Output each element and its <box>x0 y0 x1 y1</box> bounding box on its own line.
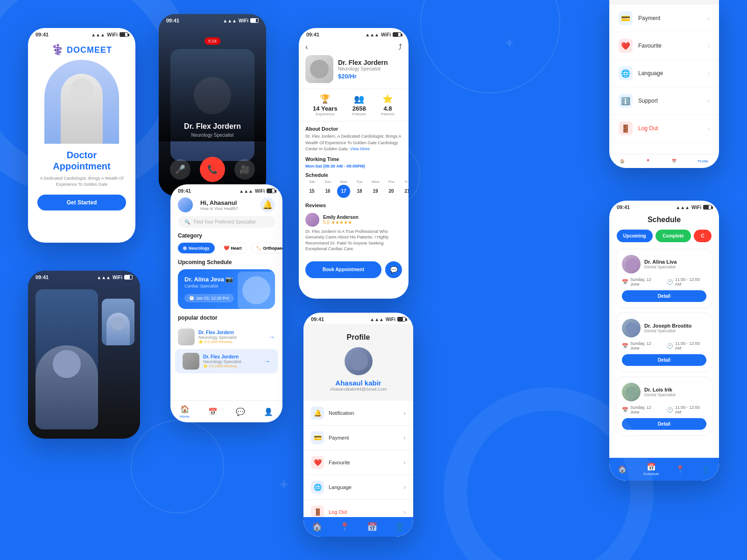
day-sat[interactable]: Sat 15 <box>305 180 318 198</box>
status-bar-schedule: 09:41 ▲▲▲ WiFi <box>609 201 719 212</box>
category-neurology[interactable]: Neurology <box>178 243 215 253</box>
nav-profile[interactable]: 👤 <box>264 407 273 416</box>
mute-button[interactable]: 🎤 <box>170 159 190 180</box>
profile-title: Profile <box>310 333 407 342</box>
popular-doctor-2[interactable]: Dr. Flex Jordern Neurology Specialist ⭐ … <box>175 349 278 373</box>
share-button[interactable]: ⤴ <box>398 43 402 51</box>
reviewer-avatar <box>305 213 319 227</box>
right-menu-payment[interactable]: 💳 Payment › <box>609 5 719 32</box>
search-icon: 🔍 <box>184 219 190 224</box>
video-toggle-button[interactable]: 🎥 <box>234 159 255 180</box>
menu-payment[interactable]: 💳 Payment › <box>303 426 413 450</box>
sbn-location[interactable]: 📍 <box>676 465 685 474</box>
battery-home <box>267 189 275 193</box>
payment-arrow: › <box>403 434 406 441</box>
get-started-button[interactable]: Get Started <box>37 195 126 210</box>
call-specialty: Neurology Specialist <box>159 133 266 138</box>
reviews-label: Reviews <box>305 203 402 211</box>
right-menu-support[interactable]: ℹ️ Support › <box>609 87 719 115</box>
back-button[interactable]: ‹ <box>305 43 308 51</box>
splash-title: Doctor Appointment <box>37 149 126 172</box>
nav-chat[interactable]: 💬 <box>236 407 245 416</box>
calendar-icon-profile-nav[interactable]: 📅 <box>367 522 377 532</box>
sbn-home[interactable]: 🏠 <box>618 465 627 474</box>
tab-complete[interactable]: Complete <box>655 230 691 242</box>
status-bar-user-profile: 09:41 ▲▲▲ WiFi <box>303 313 413 324</box>
battery-profile <box>393 32 401 37</box>
chat-button[interactable]: 💬 <box>385 261 402 278</box>
greeting-section: Hi, Ahasanul How Is Your Health? <box>200 199 239 211</box>
appointment-card-2: Dr. Joseph Brostito Dental Specialist 📅 … <box>616 313 712 372</box>
category-heart[interactable]: ❤️ Heart <box>218 243 247 253</box>
day-thu[interactable]: Thu 20 <box>385 180 398 198</box>
phone-home: 09:41 ▲▲▲ WiFi Hi, Ahasanul How Is Your … <box>170 184 282 422</box>
reviews-section: Reviews Emily Anderson 5.0 ★★★★★ Dr. Fle… <box>299 203 409 252</box>
doctor-hero-image <box>44 60 119 144</box>
clock-icon-appt3: 🕐 <box>667 407 673 413</box>
rbn-calendar[interactable]: 📅 <box>672 159 677 163</box>
search-placeholder: Find Your Preferred Specialist <box>194 219 255 224</box>
phone-user-profile: 09:41 ▲▲▲ WiFi Profile Ahasaul kabir Aha… <box>303 313 413 537</box>
nav-home[interactable]: 🏠 Home <box>180 405 190 419</box>
appt-time-row-3: 📅 Sunday, 12 June 🕐 11:00 - 12:00 AM <box>622 405 706 414</box>
sbn-home-icon: 🏠 <box>618 465 627 474</box>
rbn-home[interactable]: 🏠 <box>620 159 625 163</box>
arrow-icon-2: → <box>264 357 270 365</box>
popular-doc-avatar-1 <box>178 329 195 345</box>
search-bar[interactable]: 🔍 Find Your Preferred Specialist <box>178 216 275 228</box>
rbn-location-icon: 📍 <box>646 159 650 163</box>
category-orthopaedic[interactable]: 🦴 Orthopaedic <box>251 243 282 253</box>
rbn-location[interactable]: 📍 <box>646 159 650 163</box>
right-menu-language[interactable]: 🌐 Language › <box>609 60 719 87</box>
rbn-profile[interactable]: Profile <box>698 159 709 163</box>
notification-bell[interactable]: 🔔 <box>260 197 275 212</box>
about-label: About Doctor <box>299 126 409 132</box>
notification-menu-icon: 🔔 <box>311 406 324 420</box>
schedule-time-badge: 🕐 Jan 03, 12:30 Pm <box>184 294 234 302</box>
sbn-schedule[interactable]: 📅 Schedule <box>643 462 659 476</box>
day-sun[interactable]: Sun 16 <box>321 180 334 198</box>
status-bar-video: 09:41 ▲▲▲ WiFi <box>159 14 266 25</box>
rbn-home-icon: 🏠 <box>620 159 625 163</box>
schedule-title: Schedule <box>609 212 719 230</box>
day-wed[interactable]: Wed 19 <box>369 180 382 198</box>
menu-favourite[interactable]: ❤️ Favourite › <box>303 450 413 475</box>
app-name: DOCMEET <box>67 45 112 55</box>
rbn-calendar-icon: 📅 <box>672 159 677 163</box>
tab-cancelled[interactable]: C <box>694 230 712 242</box>
stat-patients: 👥 2658 Patients <box>352 94 366 116</box>
appointment-card-3: Dr. Lois Irik Dental Specialist 📅 Sunday… <box>616 377 712 436</box>
time-schedule: 09:41 <box>617 204 630 210</box>
location-icon-profile-nav[interactable]: 📍 <box>339 522 350 532</box>
phone-video-call: 09:41 ▲▲▲ WiFi 5:24 Dr. Flex Jordern Neu… <box>159 14 266 196</box>
detail-button-2[interactable]: Detail <box>622 354 706 366</box>
right-menu-logout[interactable]: 🚪 Log Out › <box>609 115 719 142</box>
popular-doctor-1[interactable]: Dr. Flex Jordern Neurology Specialist ⭐ … <box>170 325 282 349</box>
detail-button-3[interactable]: Detail <box>622 418 706 430</box>
profile-icon-profile-nav[interactable]: 👤 <box>395 522 405 532</box>
nav-schedule[interactable]: 📅 <box>208 407 218 416</box>
detail-button-1[interactable]: Detail <box>622 290 706 302</box>
appt-avatar-3 <box>622 383 641 401</box>
home-icon-profile-nav[interactable]: 🏠 <box>312 522 322 532</box>
tab-upcoming[interactable]: Upcoming <box>617 230 653 242</box>
menu-language[interactable]: 🌐 Language › <box>303 475 413 500</box>
bottom-nav-home: 🏠 Home 📅 💬 👤 <box>170 400 282 422</box>
day-mon[interactable]: Mon 17 <box>337 180 350 198</box>
end-call-button[interactable]: 📞 <box>200 157 225 182</box>
right-menu-favourite[interactable]: ❤️ Favourite › <box>609 32 719 60</box>
day-tue[interactable]: Tue 18 <box>353 180 366 198</box>
view-more-link[interactable]: View More <box>350 147 370 151</box>
book-appointment-button[interactable]: Book Appointment <box>305 261 381 278</box>
menu-notification[interactable]: 🔔 Notification › <box>303 401 413 426</box>
right-favourite-arrow: › <box>707 42 710 49</box>
logout-arrow: › <box>403 508 406 516</box>
popular-label: popular doctor <box>170 315 282 321</box>
favourite-arrow: › <box>403 459 406 466</box>
right-payment-icon: 💳 <box>619 11 633 25</box>
day-fri[interactable]: Fri 21 <box>401 180 409 198</box>
sbn-profile[interactable]: 👤 <box>701 465 711 474</box>
review-text: Dr. Flex Jordern! Is A True Professional… <box>305 229 402 252</box>
user-name-big: Ahasaul kabir <box>310 379 407 387</box>
notification-arrow: › <box>403 409 406 417</box>
